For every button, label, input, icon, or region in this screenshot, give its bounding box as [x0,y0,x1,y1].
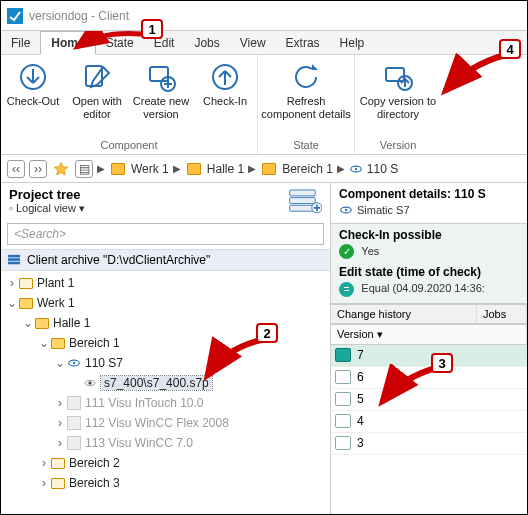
expand-icon[interactable]: › [53,416,67,430]
collapse-icon[interactable]: ⌄ [21,316,35,330]
plc-icon [339,203,353,217]
file-icon [83,376,97,390]
crumb-bereich1[interactable]: Bereich 1 [282,162,333,176]
callout-1: 1 [141,19,163,39]
column-version-label: Version [337,328,374,340]
crumb-werk1[interactable]: Werk 1 [131,162,169,176]
menu-help[interactable]: Help [330,31,375,54]
component-icon [349,162,363,176]
crumb-halle1[interactable]: Halle 1 [207,162,244,176]
main-area: Project tree ◦ Logical view ▾ <Search> C… [1,183,527,514]
equal-icon: = [339,282,354,297]
crumb-110s[interactable]: 110 S [367,162,398,176]
tree-node-111[interactable]: › 111 Visu InTouch 10.0 [5,393,326,413]
nav-back-button[interactable]: ‹‹ [7,160,25,178]
copy-version-to-directory-button[interactable]: Copy version to directory [355,55,441,137]
component-icon [67,396,81,410]
path-root-button[interactable]: ▤ [75,160,93,178]
tree-label: Bereich 2 [69,456,120,470]
tree-node-s7-file[interactable]: s7_400\s7_400.s7p [5,373,326,393]
client-archive-row[interactable]: Client archive "D:\vdClientArchive" [1,249,330,271]
search-input[interactable]: <Search> [7,223,324,245]
callout-4: 4 [499,39,521,59]
history-tabs: Change history Jobs [331,304,527,324]
collapse-icon[interactable]: ⌄ [5,296,19,310]
ribbon-group-version: Copy version to directory Version [355,55,441,154]
pencil-icon [81,61,113,93]
component-details-section: Component details: 110 S Simatic S7 [331,183,527,224]
checkin-possible-value: Yes [361,245,379,257]
details-panel: Component details: 110 S Simatic S7 Chec… [331,183,527,514]
check-in-icon [209,61,241,93]
version-icon [335,414,351,428]
collapse-icon[interactable]: ⌄ [53,356,67,370]
tree-node-112[interactable]: › 112 Visu WinCC Flex 2008 [5,413,326,433]
ribbon-group-label-state: State [293,137,319,154]
svg-rect-15 [8,258,20,261]
component-icon [67,416,81,430]
tree-node-113[interactable]: › 113 Visu WinCC 7.0 [5,433,326,453]
version-row-7[interactable]: 7 [331,345,527,367]
expand-icon[interactable]: › [53,396,67,410]
expand-icon[interactable]: › [37,456,51,470]
tab-jobs[interactable]: Jobs [477,305,527,323]
menu-jobs[interactable]: Jobs [184,31,229,54]
check-in-label: Check-In [203,95,247,108]
tree-node-werk1[interactable]: ⌄ Werk 1 [5,293,326,313]
folder-icon [51,458,65,469]
column-version[interactable]: Version ▾ [331,325,527,344]
tree-node-110s7[interactable]: ⌄ 110 S7 [5,353,326,373]
expand-icon[interactable]: › [5,276,19,290]
svg-point-19 [88,381,92,385]
svg-rect-16 [8,262,20,265]
menu-view[interactable]: View [230,31,276,54]
edit-state-title: Edit state (time of check) [339,265,519,279]
tree-node-plant1[interactable]: › Plant 1 [5,273,326,293]
component-type-label: Simatic S7 [357,204,410,216]
version-row-4[interactable]: 4 [331,411,527,433]
window-title: versiondog - Client [29,9,129,23]
tab-change-history[interactable]: Change history [331,305,477,323]
version-number: 3 [357,436,364,450]
star-icon[interactable] [53,161,69,177]
new-version-icon [145,61,177,93]
create-new-version-button[interactable]: Create new version [129,55,193,137]
refresh-button[interactable]: Refresh component details [258,55,354,137]
svg-rect-0 [7,8,23,24]
menu-home[interactable]: Home [40,31,95,55]
version-number: 7 [357,348,364,362]
open-with-editor-button[interactable]: Open with editor [65,55,129,137]
checkin-possible-title: Check-In possible [339,228,519,242]
svg-rect-10 [290,190,316,196]
tree-label: Werk 1 [37,296,75,310]
tree-node-bereich3[interactable]: › Bereich 3 [5,473,326,493]
version-icon [335,370,351,384]
collapse-icon[interactable]: ⌄ [37,336,51,350]
nav-forward-button[interactable]: ›› [29,160,47,178]
copy-to-directory-icon [382,61,414,93]
version-row-3[interactable]: 3 [331,433,527,455]
refresh-label: Refresh component details [260,95,352,120]
version-number: 5 [357,392,364,406]
server-icon[interactable] [288,187,322,215]
menu-file[interactable]: File [1,31,40,54]
menu-state[interactable]: State [96,31,144,54]
expand-icon[interactable]: › [37,476,51,490]
tree-label: 110 S7 [85,356,123,370]
version-row-5[interactable]: 5 [331,389,527,411]
menu-extras[interactable]: Extras [276,31,330,54]
svg-rect-14 [8,255,20,258]
component-icon [67,436,81,450]
expand-icon[interactable]: › [53,436,67,450]
folder-icon [51,478,65,489]
svg-rect-12 [290,205,316,211]
chevron-icon: ▶ [173,163,181,174]
check-out-button[interactable]: Check-Out [1,55,65,137]
project-tree-panel: Project tree ◦ Logical view ▾ <Search> C… [1,183,331,514]
tree-node-bereich2[interactable]: › Bereich 2 [5,453,326,473]
logical-view-label: Logical view [16,202,76,214]
svg-point-21 [345,209,347,211]
version-row-6[interactable]: 6 [331,367,527,389]
check-in-button[interactable]: Check-In [193,55,257,137]
logical-view-toggle[interactable]: ◦ Logical view ▾ [9,202,280,215]
